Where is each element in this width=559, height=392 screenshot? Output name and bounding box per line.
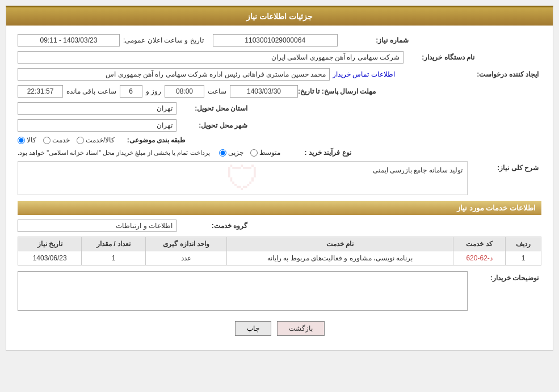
- creator-value: محمد حسین ماستری فراهانی رئیس اداره شرکت…: [18, 68, 330, 81]
- main-card: جزئیات اطلاعات نیاز شماره نیاز: 11030010…: [6, 6, 553, 351]
- deadline-label: مهلت ارسال پاسخ: تا تاریخ:: [298, 87, 379, 95]
- category-option-khedmat: خدمت: [43, 136, 70, 144]
- deadline-group: 1403/03/30 ساعت 08:00 روز و 6 ساعت باقی …: [18, 85, 298, 98]
- button-row: بازگشت چاپ: [18, 321, 541, 336]
- category-radio-khedmat[interactable]: [43, 137, 51, 144]
- process-type-row: نوع فرآیند خرید : متوسط جزیی پرداخت تمام…: [18, 149, 541, 157]
- announce-datetime-input: 1403/03/23 - 09:11: [18, 34, 120, 47]
- process-radio-motavasset[interactable]: [250, 149, 258, 157]
- cell-quantity: 1: [82, 251, 145, 265]
- services-table: ردیف کد خدمت نام خدمت واحد اندازه گیری ت…: [18, 237, 541, 265]
- contact-link[interactable]: اطلاعات تماس خریدار: [333, 70, 395, 78]
- cell-unit: عدد: [145, 251, 227, 265]
- col-quantity: تعداد / مقدار: [82, 237, 145, 251]
- need-description-label: شرح کلی نیاز:: [468, 161, 541, 172]
- buyer-notes-row: توضیحات خریدار:: [18, 271, 541, 313]
- cell-service-name: برنامه نویسی، مشاوره و فعالیت‌های مربوط …: [227, 251, 453, 265]
- process-jozii-label: جزیی: [228, 149, 243, 157]
- need-number-row: شماره نیاز: 1103001029000064 تاریخ و ساع…: [18, 34, 541, 47]
- col-row-num: ردیف: [506, 237, 541, 251]
- deadline-days-label: روز و: [146, 87, 161, 95]
- process-type-group: متوسط جزیی پرداخت تمام یا بخشی از مبلغ خ…: [18, 149, 280, 157]
- col-unit: واحد اندازه گیری: [145, 237, 227, 251]
- service-group-label: گروه خدمت:: [176, 222, 250, 230]
- process-option-jozii: جزیی: [219, 149, 243, 157]
- process-option-motavasset: متوسط: [250, 149, 280, 157]
- deadline-remaining: 22:31:57: [18, 85, 63, 98]
- deadline-remaining-label: ساعت باقی مانده: [66, 87, 116, 95]
- need-description-row: شرح کلی نیاز: 🛡 تولید سامانه جامع بازرسی…: [18, 161, 541, 195]
- need-number-label: شماره نیاز:: [338, 36, 411, 44]
- delivery-province-value: تهران: [18, 102, 176, 115]
- process-type-label: نوع فرآیند خرید :: [280, 149, 354, 157]
- need-number-value-group: 1103001029000064 تاریخ و ساعت اعلان عموم…: [18, 34, 338, 47]
- category-khedmat-label: خدمت: [52, 136, 70, 144]
- buyer-org-value: شرکت سهامی راه آهن جمهوری اسلامی ایران: [18, 51, 404, 64]
- delivery-city-value: تهران: [18, 119, 176, 132]
- deadline-row: مهلت ارسال پاسخ: تا تاریخ: 1403/03/30 سا…: [18, 85, 541, 98]
- cell-service-code: د-62-620: [453, 251, 505, 265]
- delivery-province-label: استان محل تحویل:: [176, 104, 250, 112]
- need-description-wrapper: 🛡 تولید سامانه جامع بازرسی ایمنی: [18, 161, 468, 195]
- service-group-value: اطلاعات و ارتباطات: [18, 220, 176, 232]
- category-kala-khedmat-label: کالا/خدمت: [86, 136, 115, 144]
- buyer-org-label: نام دستگاه خریدار:: [404, 53, 477, 61]
- category-radio-kala[interactable]: [18, 137, 25, 144]
- deadline-time: 08:00: [165, 85, 204, 98]
- category-label: طبقه بندی موضوعی:: [115, 136, 188, 144]
- col-need-date: تاریخ نیاز: [18, 237, 82, 251]
- col-service-name: نام خدمت: [227, 237, 453, 251]
- deadline-time-label: ساعت: [208, 87, 226, 95]
- category-kala-label: کالا: [27, 136, 36, 144]
- category-option-kala-khedmat: کالا/خدمت: [77, 136, 115, 144]
- print-button[interactable]: چاپ: [235, 321, 271, 336]
- buyer-notes-wrapper: [18, 271, 468, 313]
- category-row: طبقه بندی موضوعی: کالا/خدمت خدمت کالا: [18, 136, 541, 144]
- deadline-days: 6: [120, 85, 142, 98]
- need-description-value: تولید سامانه جامع بازرسی ایمنی: [373, 166, 463, 174]
- page-container: جزئیات اطلاعات نیاز شماره نیاز: 11030010…: [0, 0, 559, 356]
- buyer-notes-label: توضیحات خریدار:: [468, 271, 541, 282]
- service-code-link[interactable]: د-62-620: [466, 254, 492, 262]
- process-motavasset-label: متوسط: [259, 149, 280, 157]
- category-radio-kala-khedmat[interactable]: [77, 137, 84, 144]
- process-options: متوسط جزیی: [219, 149, 280, 157]
- cell-need-date: 1403/06/23: [18, 251, 82, 265]
- creator-label: ایجاد کننده درخواست:: [468, 70, 541, 78]
- delivery-city-label: شهر محل تحویل:: [176, 121, 250, 129]
- delivery-province-row: استان محل تحویل: تهران: [18, 102, 541, 115]
- category-option-kala: کالا: [18, 136, 36, 144]
- buyer-org-row: نام دستگاه خریدار: شرکت سهامی راه آهن جم…: [18, 51, 541, 64]
- deadline-date: 1403/03/30: [230, 85, 298, 98]
- creator-row: ایجاد کننده درخواست: اطلاعات تماس خریدار…: [18, 68, 541, 81]
- watermark: 🛡: [226, 159, 260, 198]
- card-body: شماره نیاز: 1103001029000064 تاریخ و ساع…: [6, 26, 553, 350]
- buyer-notes-inner: [18, 271, 468, 313]
- back-button[interactable]: بازگشت: [277, 321, 325, 336]
- process-note: پرداخت تمام یا بخشی از مبلغ خریداز محل "…: [18, 149, 210, 157]
- buyer-notes-input[interactable]: [18, 271, 468, 311]
- services-section-title: اطلاعات خدمات مورد نیاز: [18, 201, 541, 215]
- service-group-row: گروه خدمت: اطلاعات و ارتباطات: [18, 220, 541, 232]
- need-description-area: 🛡 تولید سامانه جامع بازرسی ایمنی: [18, 161, 468, 195]
- page-title: جزئیات اطلاعات نیاز: [6, 7, 553, 26]
- table-row: 1د-62-620برنامه نویسی، مشاوره و فعالیت‌ه…: [18, 251, 541, 265]
- need-number-input: 1103001029000064: [213, 34, 338, 47]
- category-options: کالا/خدمت خدمت کالا: [18, 136, 115, 144]
- process-radio-jozii[interactable]: [219, 149, 226, 157]
- announce-datetime-label: تاریخ و ساعت اعلان عمومی:: [123, 36, 204, 44]
- cell-row-num: 1: [506, 251, 541, 265]
- col-service-code: کد خدمت: [453, 237, 505, 251]
- delivery-city-row: شهر محل تحویل: تهران: [18, 119, 541, 132]
